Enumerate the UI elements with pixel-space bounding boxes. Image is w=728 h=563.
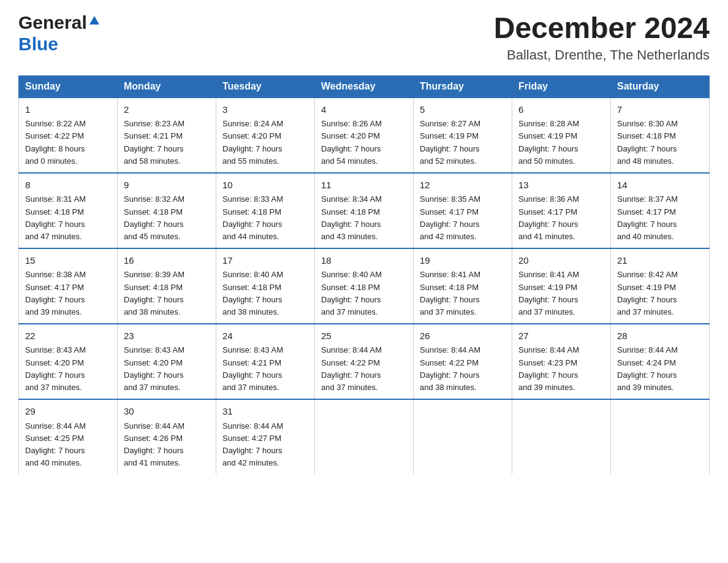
empty-cell [414,399,512,474]
day-number: 27 [518,329,604,343]
day-number: 29 [25,405,111,419]
empty-cell [315,399,414,474]
day-cell-10: 10Sunrise: 8:33 AM Sunset: 4:18 PM Dayli… [216,173,315,248]
day-info: Sunrise: 8:40 AM Sunset: 4:18 PM Dayligh… [222,269,308,318]
header-wednesday: Wednesday [315,75,414,98]
day-cell-3: 3Sunrise: 8:24 AM Sunset: 4:20 PM Daylig… [216,98,315,173]
day-info: Sunrise: 8:27 AM Sunset: 4:19 PM Dayligh… [420,118,506,167]
header-sunday: Sunday [19,75,118,98]
day-info: Sunrise: 8:38 AM Sunset: 4:17 PM Dayligh… [25,269,111,318]
day-info: Sunrise: 8:44 AM Sunset: 4:23 PM Dayligh… [518,344,604,394]
day-info: Sunrise: 8:37 AM Sunset: 4:17 PM Dayligh… [617,193,703,243]
day-cell-13: 13Sunrise: 8:36 AM Sunset: 4:17 PM Dayli… [512,173,611,248]
day-number: 25 [321,329,407,343]
logo-blue-text: Blue [18,34,58,54]
header-friday: Friday [512,75,611,98]
day-number: 14 [617,178,703,193]
day-cell-25: 25Sunrise: 8:44 AM Sunset: 4:22 PM Dayli… [315,324,414,399]
page-title: December 2024 [494,12,710,45]
day-info: Sunrise: 8:23 AM Sunset: 4:21 PM Dayligh… [124,118,210,167]
header-monday: Monday [118,75,216,98]
day-info: Sunrise: 8:41 AM Sunset: 4:19 PM Dayligh… [518,269,604,318]
calendar-header-row: SundayMondayTuesdayWednesdayThursdayFrid… [19,75,710,98]
day-cell-18: 18Sunrise: 8:40 AM Sunset: 4:18 PM Dayli… [315,248,414,324]
day-number: 12 [420,178,506,193]
day-info: Sunrise: 8:41 AM Sunset: 4:18 PM Dayligh… [420,269,506,318]
header-area: General Blue December 2024 Ballast, Dren… [18,12,710,63]
title-area: December 2024 Ballast, Drenthe, The Neth… [494,12,710,63]
empty-cell [611,399,710,474]
day-cell-23: 23Sunrise: 8:43 AM Sunset: 4:20 PM Dayli… [118,324,216,399]
day-info: Sunrise: 8:35 AM Sunset: 4:17 PM Dayligh… [420,193,506,243]
day-info: Sunrise: 8:33 AM Sunset: 4:18 PM Dayligh… [222,193,308,243]
day-cell-6: 6Sunrise: 8:28 AM Sunset: 4:19 PM Daylig… [512,98,611,173]
day-cell-14: 14Sunrise: 8:37 AM Sunset: 4:17 PM Dayli… [611,173,710,248]
day-info: Sunrise: 8:30 AM Sunset: 4:18 PM Dayligh… [617,118,703,167]
day-number: 22 [25,329,111,343]
day-number: 31 [222,405,308,419]
day-cell-4: 4Sunrise: 8:26 AM Sunset: 4:20 PM Daylig… [315,98,414,173]
header-saturday: Saturday [611,75,710,98]
day-cell-16: 16Sunrise: 8:39 AM Sunset: 4:18 PM Dayli… [118,248,216,324]
day-info: Sunrise: 8:44 AM Sunset: 4:22 PM Dayligh… [420,344,506,394]
empty-cell [512,399,611,474]
day-cell-26: 26Sunrise: 8:44 AM Sunset: 4:22 PM Dayli… [414,324,512,399]
calendar-table: SundayMondayTuesdayWednesdayThursdayFrid… [18,75,710,474]
day-cell-17: 17Sunrise: 8:40 AM Sunset: 4:18 PM Dayli… [216,248,315,324]
day-cell-21: 21Sunrise: 8:42 AM Sunset: 4:19 PM Dayli… [611,248,710,324]
day-info: Sunrise: 8:32 AM Sunset: 4:18 PM Dayligh… [124,193,210,243]
svg-marker-0 [89,16,99,25]
day-number: 18 [321,254,407,268]
day-number: 8 [25,178,111,193]
day-cell-5: 5Sunrise: 8:27 AM Sunset: 4:19 PM Daylig… [414,98,512,173]
day-cell-2: 2Sunrise: 8:23 AM Sunset: 4:21 PM Daylig… [118,98,216,173]
day-number: 7 [617,103,703,117]
day-info: Sunrise: 8:34 AM Sunset: 4:18 PM Dayligh… [321,193,407,243]
day-info: Sunrise: 8:44 AM Sunset: 4:25 PM Dayligh… [25,420,111,470]
page-subtitle: Ballast, Drenthe, The Netherlands [494,47,710,63]
day-info: Sunrise: 8:28 AM Sunset: 4:19 PM Dayligh… [518,118,604,167]
day-number: 9 [124,178,210,193]
day-info: Sunrise: 8:36 AM Sunset: 4:17 PM Dayligh… [518,193,604,243]
day-number: 1 [25,103,111,117]
day-info: Sunrise: 8:31 AM Sunset: 4:18 PM Dayligh… [25,193,111,243]
logo: General Blue [18,12,99,55]
day-cell-8: 8Sunrise: 8:31 AM Sunset: 4:18 PM Daylig… [19,173,118,248]
day-cell-11: 11Sunrise: 8:34 AM Sunset: 4:18 PM Dayli… [315,173,414,248]
week-row-1: 1Sunrise: 8:22 AM Sunset: 4:22 PM Daylig… [19,98,710,173]
day-cell-24: 24Sunrise: 8:43 AM Sunset: 4:21 PM Dayli… [216,324,315,399]
day-info: Sunrise: 8:44 AM Sunset: 4:22 PM Dayligh… [321,344,407,394]
day-number: 21 [617,254,703,268]
day-number: 11 [321,178,407,193]
week-row-3: 15Sunrise: 8:38 AM Sunset: 4:17 PM Dayli… [19,248,710,324]
logo-triangle-icon [89,16,99,28]
day-number: 17 [222,254,308,268]
day-cell-22: 22Sunrise: 8:43 AM Sunset: 4:20 PM Dayli… [19,324,118,399]
day-info: Sunrise: 8:44 AM Sunset: 4:24 PM Dayligh… [617,344,703,394]
day-number: 16 [124,254,210,268]
day-info: Sunrise: 8:39 AM Sunset: 4:18 PM Dayligh… [124,269,210,318]
day-info: Sunrise: 8:24 AM Sunset: 4:20 PM Dayligh… [222,118,308,167]
week-row-2: 8Sunrise: 8:31 AM Sunset: 4:18 PM Daylig… [19,173,710,248]
day-info: Sunrise: 8:44 AM Sunset: 4:27 PM Dayligh… [222,420,308,470]
day-number: 15 [25,254,111,268]
day-cell-31: 31Sunrise: 8:44 AM Sunset: 4:27 PM Dayli… [216,399,315,474]
day-info: Sunrise: 8:43 AM Sunset: 4:21 PM Dayligh… [222,344,308,394]
header-thursday: Thursday [414,75,512,98]
day-number: 6 [518,103,604,117]
logo-general-text: General [18,12,87,34]
day-cell-20: 20Sunrise: 8:41 AM Sunset: 4:19 PM Dayli… [512,248,611,324]
day-number: 26 [420,329,506,343]
header-tuesday: Tuesday [216,75,315,98]
week-row-4: 22Sunrise: 8:43 AM Sunset: 4:20 PM Dayli… [19,324,710,399]
day-cell-29: 29Sunrise: 8:44 AM Sunset: 4:25 PM Dayli… [19,399,118,474]
day-cell-9: 9Sunrise: 8:32 AM Sunset: 4:18 PM Daylig… [118,173,216,248]
day-cell-19: 19Sunrise: 8:41 AM Sunset: 4:18 PM Dayli… [414,248,512,324]
day-cell-28: 28Sunrise: 8:44 AM Sunset: 4:24 PM Dayli… [611,324,710,399]
day-info: Sunrise: 8:42 AM Sunset: 4:19 PM Dayligh… [617,269,703,318]
day-info: Sunrise: 8:43 AM Sunset: 4:20 PM Dayligh… [124,344,210,394]
day-info: Sunrise: 8:22 AM Sunset: 4:22 PM Dayligh… [25,118,111,167]
day-number: 2 [124,103,210,117]
day-info: Sunrise: 8:40 AM Sunset: 4:18 PM Dayligh… [321,269,407,318]
day-number: 20 [518,254,604,268]
